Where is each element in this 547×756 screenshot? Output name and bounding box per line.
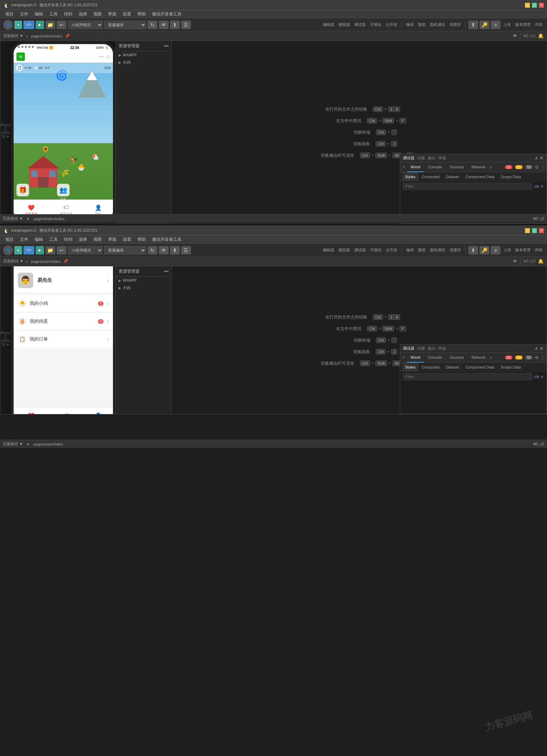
filter-add-bottom[interactable]: + bbox=[541, 374, 544, 379]
nav-mine-bottom[interactable]: 👤 我的 bbox=[95, 412, 102, 414]
menu-tools-b[interactable]: 工具 bbox=[47, 236, 61, 243]
subtab-styles-top[interactable]: Styles bbox=[402, 172, 418, 181]
menu-view[interactable]: 视图 bbox=[91, 10, 105, 18]
profile-menu-chicken-bottom[interactable]: 🐣 我的小鸡 0 › bbox=[14, 295, 113, 312]
gift-icon-top[interactable]: 🎁 bbox=[16, 184, 29, 196]
menu-edit[interactable]: 编辑 bbox=[32, 10, 46, 18]
filter-input-bottom[interactable] bbox=[403, 373, 532, 380]
maximize-button-top[interactable]: □ bbox=[532, 3, 537, 8]
menu-tools[interactable]: 工具 bbox=[47, 10, 61, 18]
version-btn-top[interactable]: 🔑 bbox=[479, 21, 489, 29]
subtab-dataset-top[interactable]: Dataset bbox=[443, 172, 462, 181]
more-icon-bottom[interactable]: ☰ bbox=[181, 246, 191, 254]
sidebar-more-top[interactable]: ••• bbox=[164, 44, 169, 49]
dt-wxml-tab-bottom[interactable]: Wxml bbox=[407, 353, 424, 363]
sidebar-item-chicken-top[interactable]: ▶ 大鸡 bbox=[116, 58, 171, 66]
dt-settings-bottom[interactable]: ⚙ bbox=[535, 355, 539, 360]
menu-interface-b[interactable]: 界面 bbox=[105, 236, 119, 243]
sidebar-item-wxapp-top[interactable]: ▶ WXAPP bbox=[116, 51, 171, 58]
menu-settings-b[interactable]: 设置 bbox=[120, 236, 134, 243]
dt-menu-top[interactable]: ⋮ bbox=[540, 164, 545, 170]
more-icon-phone-top[interactable]: ••• bbox=[99, 54, 104, 59]
subtab-styles-bottom[interactable]: Styles bbox=[402, 363, 418, 372]
preview-icon-top[interactable]: 👁 bbox=[159, 21, 169, 29]
refresh-compile-top[interactable]: ↻ bbox=[148, 21, 157, 29]
dt-sources-tab-bottom[interactable]: Sources bbox=[446, 353, 467, 363]
filter-input-top[interactable] bbox=[403, 183, 532, 190]
menu-wechat-dev-b[interactable]: 微信开发者工具 bbox=[149, 236, 184, 243]
filter-cls-bottom[interactable]: .cls bbox=[533, 374, 539, 379]
upload-btn-bottom[interactable]: ⬆ bbox=[468, 246, 478, 254]
menu-help[interactable]: 帮助 bbox=[135, 10, 149, 18]
dt-tab-terminal-top[interactable]: 终端 bbox=[438, 155, 446, 161]
dt-wxml-tab-top[interactable]: Wxml bbox=[407, 162, 424, 172]
version-btn-bottom[interactable]: 🔑 bbox=[479, 246, 489, 254]
compile-select-top[interactable]: 普通编译 bbox=[104, 21, 146, 29]
dt-more-tabs-bottom[interactable]: » bbox=[490, 355, 492, 360]
user-avatar-bottom[interactable]: 👤 bbox=[3, 245, 13, 255]
subtab-scope-bottom[interactable]: Scope Data bbox=[498, 363, 524, 372]
refresh-icon-top[interactable]: ↩ bbox=[57, 21, 66, 29]
compile-btn-bottom[interactable]: ▶ bbox=[36, 246, 44, 254]
file-pin-bottom[interactable]: 📌 bbox=[63, 259, 68, 264]
notification-top[interactable]: 🔔 bbox=[538, 33, 544, 38]
subtab-component-top[interactable]: Component Data bbox=[463, 172, 497, 181]
close-button-bottom[interactable]: ✕ bbox=[539, 228, 544, 233]
mode-indicator-top[interactable]: ● bbox=[14, 21, 22, 29]
settings-icon-phone-top[interactable]: ◎ bbox=[106, 54, 110, 59]
minimize-button-bottom[interactable]: ─ bbox=[525, 228, 530, 233]
compile-select-bottom[interactable]: 普通编译 bbox=[104, 246, 146, 254]
mode-select-top[interactable]: 小程序模式 bbox=[68, 21, 103, 29]
subtab-computed-bottom[interactable]: Computed bbox=[419, 363, 442, 372]
menu-select[interactable]: 选择 bbox=[76, 10, 90, 18]
menu-settings[interactable]: 设置 bbox=[120, 10, 134, 18]
dt-tab-terminal-bottom[interactable]: 终端 bbox=[438, 346, 446, 351]
menu-interface[interactable]: 界面 bbox=[105, 10, 119, 18]
sidebar-more-bottom[interactable]: ••• bbox=[164, 269, 169, 274]
dt-network-tab-top[interactable]: Network bbox=[468, 162, 489, 172]
profile-menu-order-bottom[interactable]: 📋 我的订单 › bbox=[14, 331, 113, 348]
compile-btn-top[interactable]: ▶ bbox=[36, 21, 44, 29]
preview-toggle-bottom[interactable]: 👁 bbox=[513, 259, 517, 264]
dt-tab-output-bottom[interactable]: 输出 bbox=[428, 346, 435, 351]
minimize-button-top[interactable]: ─ bbox=[525, 3, 530, 8]
file-icon-top[interactable]: 📁 bbox=[45, 21, 55, 29]
sidebar-item-chicken-bottom[interactable]: ▶ 大鸡 bbox=[116, 284, 171, 292]
debug-btn-bottom[interactable]: </> bbox=[23, 246, 34, 254]
mode-select-bottom[interactable]: 小程序模式 bbox=[68, 246, 103, 254]
nav-deals-bottom[interactable]: 🏷 精选优惠 bbox=[60, 412, 72, 414]
menu-view-b[interactable]: 视图 bbox=[91, 236, 105, 243]
window-controls-bottom[interactable]: ─ □ ✕ bbox=[525, 228, 544, 233]
upload-btn-top[interactable]: ⬆ bbox=[468, 21, 478, 29]
more-icon-top[interactable]: ☰ bbox=[181, 21, 191, 29]
dt-tab-debugger-bottom[interactable]: 调试器 bbox=[403, 346, 414, 351]
dt-close-top[interactable]: ✕ bbox=[540, 155, 544, 161]
dt-collapse-top[interactable]: ∧ bbox=[535, 155, 538, 161]
profile-menu-egg-bottom[interactable]: 🥚 我的鸡蛋 0 › bbox=[14, 313, 113, 330]
dt-sources-tab-top[interactable]: Sources bbox=[446, 162, 467, 172]
window-controls-top[interactable]: ─ □ ✕ bbox=[525, 3, 544, 8]
subtab-scope-top[interactable]: Scope Data bbox=[498, 172, 524, 181]
dt-select-icon-top[interactable]: ↗ bbox=[402, 165, 405, 170]
mode-indicator-bottom[interactable]: ● bbox=[14, 246, 22, 254]
menu-wechat-dev[interactable]: 微信开发者工具 bbox=[149, 10, 184, 18]
nav-chickens-bottom[interactable]: ❤️ 在线养鸡 bbox=[25, 412, 37, 414]
debug-btn-top[interactable]: </> bbox=[23, 21, 34, 29]
dt-close-bottom[interactable]: ✕ bbox=[540, 346, 544, 351]
subtab-dataset-bottom[interactable]: Dataset bbox=[443, 363, 462, 372]
detail-btn-bottom[interactable]: ≡ bbox=[491, 246, 500, 254]
dt-console-tab-bottom[interactable]: Console bbox=[425, 353, 446, 363]
profile-user-row-bottom[interactable]: 👨 易先生 › bbox=[14, 268, 113, 292]
dt-settings-top[interactable]: ⚙ bbox=[535, 164, 539, 170]
menu-file-b[interactable]: 文件 bbox=[17, 236, 31, 243]
dt-collapse-bottom[interactable]: ∧ bbox=[535, 346, 538, 351]
refresh-icon-bottom[interactable]: ↩ bbox=[57, 246, 66, 254]
dt-tab-debugger-top[interactable]: 调试器 bbox=[403, 155, 414, 161]
dt-select-icon-bottom[interactable]: ↗ bbox=[402, 355, 405, 360]
preview-icon-bottom[interactable]: 👁 bbox=[159, 246, 169, 254]
sidebar-item-wxapp-bottom[interactable]: ▶ WXAPP bbox=[116, 277, 171, 284]
sync-icon-bottom[interactable]: ⬆ bbox=[170, 246, 180, 254]
menu-edit-b[interactable]: 编辑 bbox=[32, 236, 46, 243]
menu-file[interactable]: 文件 bbox=[17, 10, 31, 18]
maximize-button-bottom[interactable]: □ bbox=[532, 228, 537, 233]
